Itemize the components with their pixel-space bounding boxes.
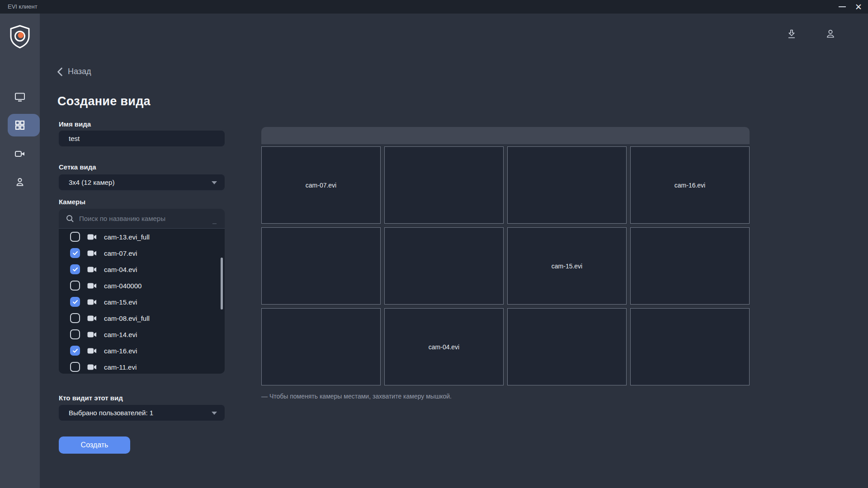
preview-grid-cell[interactable]: cam-07.evi [261, 146, 381, 224]
search-icon [66, 215, 74, 223]
check-icon [72, 251, 78, 256]
sidebar-item-users[interactable] [0, 171, 40, 193]
camera-name: cam-04.evi [104, 266, 137, 273]
visibility-value: Выбрано пользователей: 1 [69, 409, 153, 417]
camera-list-item[interactable]: cam-16.evi [59, 343, 225, 359]
check-icon [72, 348, 78, 353]
preview-grid-cell[interactable] [630, 308, 750, 385]
chevron-left-icon [57, 67, 63, 76]
sidebar-item-cameras[interactable] [0, 142, 40, 165]
camera-checkbox[interactable] [70, 362, 80, 372]
camera-name: cam-13.evi_full [104, 233, 150, 241]
preview-grid-cell[interactable] [384, 227, 504, 305]
download-icon[interactable] [786, 28, 797, 40]
camera-list-item[interactable]: cam-15.evi [59, 294, 225, 310]
camera-list-scrollbar[interactable] [221, 258, 223, 310]
camera-checkbox[interactable] [70, 329, 80, 339]
video-camera-icon [87, 331, 97, 338]
camera-list-item[interactable]: cam-08.evi_full [59, 310, 225, 326]
person-icon [14, 176, 26, 188]
preview-grid-cell[interactable]: cam-16.evi [630, 146, 750, 224]
video-camera-icon [87, 266, 97, 273]
grid-size-select[interactable]: 3x4 (12 камер) [59, 174, 225, 190]
camera-list-item[interactable]: cam-07.evi [59, 245, 225, 261]
camera-list-item[interactable]: cam-14.evi [59, 326, 225, 343]
camera-name: cam-16.evi [104, 347, 137, 355]
cameras-label: Камеры [59, 198, 85, 206]
chevron-down-icon [212, 412, 217, 415]
video-camera-icon [87, 234, 97, 240]
shield-eye-logo-icon [9, 25, 31, 48]
preview-grid-cell[interactable]: cam-15.evi [507, 227, 627, 305]
preview-grid-cell[interactable] [630, 227, 750, 305]
camera-list-item[interactable]: cam-13.evi_full [59, 229, 225, 245]
cameras-panel: cam-13.evi_full cam-07.evi cam-04.ev [59, 209, 225, 374]
visibility-label: Кто видит этот вид [59, 394, 123, 402]
name-label: Имя вида [59, 120, 91, 128]
back-button[interactable]: Назад [57, 67, 91, 76]
page-title: Создание вида [57, 94, 151, 108]
grid-size-value: 3x4 (12 камер) [69, 178, 114, 186]
camera-search-input[interactable] [79, 215, 217, 222]
back-label: Назад [68, 67, 91, 76]
preview-grid-cell[interactable] [261, 227, 381, 305]
sidebar-item-views[interactable] [0, 114, 40, 136]
view-name-input[interactable] [59, 131, 225, 146]
video-camera-icon [87, 364, 97, 371]
sidebar-item-monitor[interactable] [0, 86, 40, 108]
preview-grid-cell[interactable] [384, 146, 504, 224]
camera-name: cam-14.evi [104, 331, 137, 338]
minimize-icon [839, 6, 846, 7]
camera-checkbox[interactable] [70, 232, 80, 242]
preview-cell-camera-name: cam-16.evi [675, 182, 705, 189]
camera-checkbox[interactable] [70, 281, 80, 291]
camera-name: cam-040000 [104, 282, 142, 290]
video-camera-icon [87, 315, 97, 322]
app-window: EVI клиент ✕ [0, 0, 868, 488]
preview-cell-camera-name: cam-04.evi [429, 343, 459, 351]
preview-grid-cell[interactable]: cam-04.evi [384, 308, 504, 385]
camera-name: cam-15.evi [104, 298, 137, 306]
camera-list-item[interactable]: cam-040000 [59, 277, 225, 294]
preview-cell-camera-name: cam-07.evi [306, 182, 336, 189]
video-camera-icon [87, 282, 97, 289]
preview-grid-cell[interactable] [261, 308, 381, 385]
camera-checkbox[interactable] [70, 264, 80, 274]
camera-list-item[interactable]: cam-04.evi [59, 261, 225, 277]
resize-grip-icon [212, 223, 217, 224]
preview-grid: cam-07.evi cam-16.evi cam-15.evi cam-04.… [261, 146, 750, 385]
preview-hint: — Чтобы поменять камеры местами, захвати… [261, 393, 452, 400]
camera-list-item[interactable]: cam-11.evi [59, 359, 225, 374]
camera-search-bar [59, 209, 225, 229]
video-camera-icon [87, 299, 97, 305]
preview-cell-camera-name: cam-15.evi [552, 263, 582, 270]
check-icon [72, 267, 78, 272]
title-bar: EVI клиент ✕ [0, 0, 868, 14]
grid-label: Сетка вида [59, 163, 96, 171]
grid-icon [14, 119, 26, 131]
create-button[interactable]: Создать [59, 436, 130, 454]
window-title: EVI клиент [8, 0, 38, 14]
sidebar [0, 14, 40, 488]
camera-name: cam-08.evi_full [104, 314, 150, 322]
camera-checkbox[interactable] [70, 313, 80, 323]
check-icon [72, 300, 78, 305]
preview-grid-cell[interactable] [507, 308, 627, 385]
preview-grid-header [261, 127, 750, 144]
camera-name: cam-07.evi [104, 249, 137, 257]
chevron-down-icon [212, 181, 217, 184]
user-icon[interactable] [825, 28, 836, 40]
close-button[interactable]: ✕ [852, 0, 865, 14]
video-camera-icon [14, 148, 26, 160]
camera-checkbox[interactable] [70, 346, 80, 356]
monitor-icon [14, 91, 26, 103]
camera-checkbox[interactable] [70, 297, 80, 307]
camera-list: cam-13.evi_full cam-07.evi cam-04.ev [59, 229, 225, 374]
preview-grid-cell[interactable] [507, 146, 627, 224]
camera-name: cam-11.evi [104, 363, 137, 371]
video-camera-icon [87, 347, 97, 354]
minimize-button[interactable] [835, 0, 849, 14]
video-camera-icon [87, 250, 97, 257]
camera-checkbox[interactable] [70, 248, 80, 258]
visibility-select[interactable]: Выбрано пользователей: 1 [59, 405, 225, 421]
